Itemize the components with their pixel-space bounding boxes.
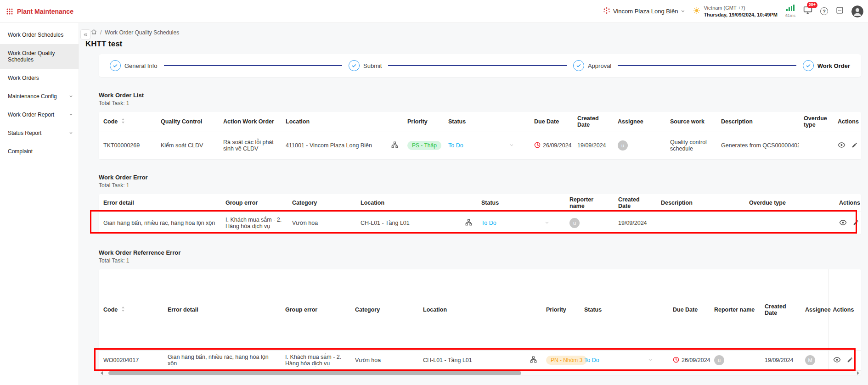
cell-location: CH-L01 - Tầng L01	[356, 212, 477, 234]
sidebar-item-label: Work Orders	[8, 75, 39, 81]
col-status: Status	[444, 112, 530, 132]
location-tree-icon[interactable]	[391, 141, 398, 150]
cell-priority: PS - Thấp	[403, 132, 444, 159]
view-icon[interactable]	[833, 357, 841, 364]
chevron-down-icon	[69, 112, 73, 118]
cell-code: TKT00000269	[99, 132, 156, 159]
view-icon[interactable]	[839, 219, 847, 227]
step-approval: Approval	[573, 60, 611, 71]
notification-badge: 20+	[807, 2, 817, 8]
page-title: KHTT test	[85, 39, 861, 49]
col-actions: Actions	[833, 112, 861, 132]
section-total-work-order-error: Total Task: 1	[99, 182, 861, 189]
col-description: Description	[656, 194, 744, 212]
cell-reporter-name: u	[710, 350, 760, 370]
chevron-down-icon	[69, 93, 73, 100]
overdue-clock-icon	[534, 142, 541, 150]
chevron-down-icon	[509, 142, 514, 149]
step-label: Work Order	[817, 62, 850, 69]
step-general-info: General Info	[110, 60, 158, 71]
cell-due-date: 26/09/2024	[668, 350, 710, 370]
sidebar-item-work-order-report[interactable]: Work Order Report	[0, 106, 79, 124]
step-label: General Info	[124, 62, 158, 69]
sidebar-item-label: Work Order Quality Schedules	[8, 50, 73, 63]
sidebar-item-label: Complaint	[8, 148, 33, 155]
sidebar-item-work-orders[interactable]: Work Orders	[0, 69, 79, 87]
location-tree-icon[interactable]	[530, 356, 537, 364]
cell-actions	[834, 212, 861, 234]
col-due-date: Due Date	[668, 269, 710, 350]
chevron-down-icon	[545, 220, 549, 226]
col-actions: Actions	[828, 269, 861, 350]
cell-created-date: 19/09/2024	[614, 212, 656, 234]
scrollbar-thumb[interactable]	[108, 371, 521, 375]
horizontal-scrollbar	[99, 370, 861, 375]
table-row: TKT00000269 Kiểm soát CLDV Rà soát các l…	[99, 132, 861, 159]
cell-category: Vườn hoa	[350, 350, 418, 370]
step-label: Submit	[363, 62, 382, 69]
sidebar-item-label: Work Order Report	[8, 112, 54, 118]
step-check-icon[interactable]	[803, 60, 814, 71]
col-location: Location	[356, 194, 477, 212]
sidebar-item-work-order-schedules[interactable]: Work Order Schedules	[0, 26, 79, 44]
app-grid-icon[interactable]	[6, 8, 13, 15]
step-connector	[164, 65, 342, 66]
site-selector[interactable]: Vincom Plaza Long Biên	[603, 7, 685, 16]
status-dropdown[interactable]: To Do	[584, 357, 664, 363]
step-check-icon[interactable]	[110, 60, 121, 71]
chevron-down-icon	[648, 357, 653, 363]
step-check-icon[interactable]	[573, 60, 584, 71]
work-order-list-table: Code Quality Control Action Work Order L…	[99, 112, 861, 159]
edit-icon[interactable]	[853, 219, 859, 227]
sun-icon	[693, 7, 700, 16]
cell-group-error: I. Khách mua sắm - 2. Hàng hóa dịch vụ	[221, 212, 287, 234]
cell-location: 411001 - Vincom Plaza Long Biên	[281, 132, 403, 159]
section-total-work-order-list: Total Task: 1	[99, 100, 861, 106]
apps-button[interactable]	[836, 6, 844, 16]
sidebar-item-status-report[interactable]: Status Report	[0, 124, 79, 142]
section-title-work-order-reference-error: Work Order Referrence Error	[99, 249, 861, 256]
cell-error-detail: Gian hàng bẩn, nhiều rác, hàng hóa lộn x…	[99, 212, 221, 234]
cell-code: WO00204017	[99, 350, 163, 370]
edit-icon[interactable]	[851, 142, 858, 150]
user-avatar[interactable]	[851, 6, 863, 17]
location-tree-icon[interactable]	[465, 219, 472, 227]
col-description: Description	[716, 112, 799, 132]
sidebar-item-complaint[interactable]: Complaint	[0, 142, 79, 161]
cell-overdue-type	[799, 132, 833, 159]
sort-icon[interactable]	[121, 118, 125, 125]
cell-created-date: 19/09/2024	[573, 132, 613, 159]
cell-description	[656, 212, 744, 234]
signal-bars-icon	[786, 5, 795, 13]
home-icon[interactable]	[91, 29, 97, 36]
cell-action-work-order: Rà soát các lỗi phát sinh về CLDV	[219, 132, 281, 159]
step-check-icon[interactable]	[349, 60, 360, 71]
help-button[interactable]: ?	[820, 7, 828, 15]
sort-icon[interactable]	[121, 306, 125, 313]
apps-icon	[836, 6, 844, 16]
col-location: Location	[418, 269, 541, 350]
breadcrumb: / Work Order Quality Schedules	[91, 28, 861, 38]
status-dropdown[interactable]: To Do	[448, 142, 525, 149]
col-due-date: Due Date	[530, 112, 573, 132]
sidebar-collapse-button[interactable]	[80, 29, 90, 39]
col-code: Code	[99, 269, 163, 350]
status-dropdown[interactable]: To Do	[481, 220, 560, 226]
work-order-reference-error-table: Code Error detail Group error Category L…	[99, 269, 861, 370]
col-created-date: Created Date	[573, 112, 613, 132]
sidebar-item-work-order-quality-schedules[interactable]: Work Order Quality Schedules	[0, 44, 79, 69]
notifications-button[interactable]: 20+	[803, 6, 812, 17]
edit-icon[interactable]	[847, 357, 853, 364]
col-source-work: Source work	[665, 112, 716, 132]
col-action-work-order: Action Work Order	[219, 112, 281, 132]
step-work-order: Work Order	[803, 60, 850, 71]
view-icon[interactable]	[838, 142, 845, 150]
sidebar-item-maintenance-config[interactable]: Maintenance Config	[0, 87, 79, 106]
reporter-avatar: u	[714, 355, 724, 365]
scrollbar-track[interactable]	[105, 371, 855, 375]
scroll-left-arrow[interactable]	[99, 371, 105, 375]
main-content: / Work Order Quality Schedules KHTT test…	[79, 23, 868, 385]
latency-indicator: 61ms	[785, 5, 795, 18]
scroll-right-arrow[interactable]	[855, 371, 861, 375]
work-order-list-card: Code Quality Control Action Work Order L…	[99, 112, 861, 159]
